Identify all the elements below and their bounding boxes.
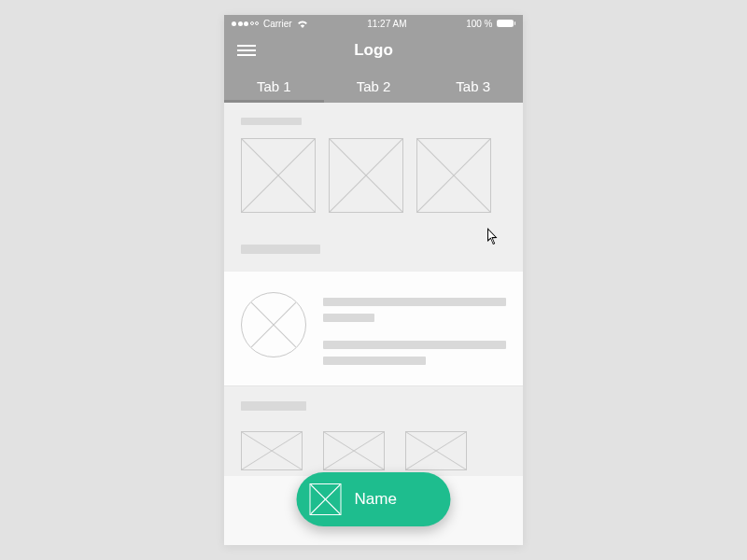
- image-placeholder-icon[interactable]: [416, 138, 491, 213]
- placeholder-text: [241, 245, 320, 254]
- image-placeholder-icon[interactable]: [241, 431, 303, 470]
- tab-3[interactable]: Tab 3: [423, 69, 523, 103]
- status-right: 100 %: [466, 19, 515, 29]
- phone-frame: Carrier 11:27 AM 100 % Logo Tab 1 Tab 2 …: [224, 15, 523, 545]
- wifi-icon: [297, 20, 308, 28]
- tab-bar: Tab 1 Tab 2 Tab 3: [224, 69, 523, 103]
- image-placeholder-icon[interactable]: [405, 431, 467, 470]
- content: [224, 103, 523, 476]
- tab-1[interactable]: Tab 1: [224, 69, 324, 103]
- nav-bar: Logo: [224, 32, 523, 69]
- fab-button[interactable]: Name: [297, 472, 451, 526]
- clock: 11:27 AM: [367, 19, 406, 29]
- section-list-item: [224, 271, 523, 385]
- placeholder-text: [241, 401, 306, 411]
- image-placeholder-icon[interactable]: [241, 138, 316, 213]
- tab-2[interactable]: Tab 2: [324, 69, 424, 103]
- image-placeholder-icon: [310, 483, 342, 515]
- status-bar: Carrier 11:27 AM 100 %: [224, 15, 523, 32]
- section-gallery: [224, 103, 523, 271]
- status-left: Carrier: [232, 19, 308, 29]
- app-title: Logo: [354, 41, 393, 60]
- carrier-label: Carrier: [263, 19, 292, 29]
- section-footer-gallery: [224, 385, 523, 476]
- thumbnail-row: [241, 138, 506, 213]
- image-placeholder-icon[interactable]: [329, 138, 403, 213]
- image-placeholder-icon[interactable]: [323, 431, 385, 470]
- avatar-placeholder-icon: [241, 292, 306, 357]
- signal-dots-icon: [232, 21, 259, 26]
- fab-label: Name: [355, 490, 397, 509]
- placeholder-text: [241, 118, 302, 125]
- battery-pct: 100 %: [466, 19, 492, 29]
- battery-icon: [497, 20, 516, 27]
- placeholder-paragraph: [323, 292, 506, 365]
- menu-button[interactable]: [237, 45, 256, 56]
